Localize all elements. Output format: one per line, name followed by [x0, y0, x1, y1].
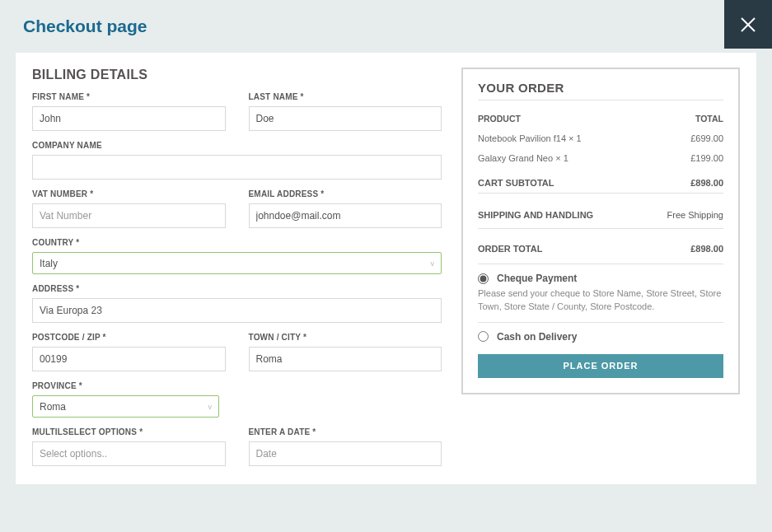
date-label: ENTER A DATE — [249, 427, 442, 436]
last-name-input[interactable] — [249, 106, 442, 131]
divider — [478, 100, 723, 100]
shipping-value: Free Shipping — [667, 210, 724, 220]
item-price: £199.00 — [690, 153, 723, 163]
order-summary: YOUR ORDER PRODUCT TOTAL Notebook Pavili… — [461, 68, 740, 394]
cheque-label: Cheque Payment — [497, 273, 577, 284]
order-item: Notebook Pavilion f14 × 1 £699.00 — [478, 128, 723, 148]
city-input[interactable] — [249, 347, 442, 371]
country-select[interactable]: Italy v — [32, 252, 442, 274]
cheque-description: Please send your cheque to Store Name, S… — [478, 287, 723, 314]
product-header: PRODUCT — [478, 114, 521, 124]
cod-radio[interactable] — [478, 331, 489, 342]
cheque-radio[interactable] — [478, 273, 489, 284]
company-label: COMPANY NAME — [32, 141, 442, 150]
province-value: Roma — [40, 401, 66, 413]
order-heading: YOUR ORDER — [478, 81, 723, 95]
email-label: EMAIL ADDRESS — [249, 189, 442, 198]
vat-label: VAT NUMBER — [32, 189, 226, 198]
company-input[interactable] — [32, 155, 442, 180]
chevron-down-icon: v — [208, 403, 213, 411]
total-label: ORDER TOTAL — [478, 244, 542, 254]
divider — [478, 193, 723, 194]
total-value: £898.00 — [690, 244, 723, 254]
province-select[interactable]: Roma v — [32, 395, 219, 418]
date-input[interactable] — [249, 441, 442, 466]
address-label: ADDRESS — [32, 284, 442, 293]
multiselect-label: MULTILSELECT OPTIONS — [32, 427, 226, 436]
total-header: TOTAL — [695, 114, 723, 124]
item-name: Notebook Pavilion f14 × 1 — [478, 133, 582, 143]
shipping-label: SHIPPING AND HANDLING — [478, 210, 593, 220]
multiselect-input[interactable] — [32, 441, 226, 466]
vat-input[interactable] — [32, 203, 226, 228]
subtotal-label: CART SUBTOTAL — [478, 178, 554, 188]
checkout-panel: BILLING DETAILS FIRST NAME LAST NAME COM… — [16, 53, 756, 484]
email-input[interactable] — [249, 203, 442, 228]
page-title: Checkout page — [0, 0, 772, 36]
chevron-down-icon: v — [431, 259, 435, 268]
postcode-input[interactable] — [32, 347, 226, 371]
address-input[interactable] — [32, 298, 442, 323]
country-label: COUNTRY — [32, 238, 442, 247]
item-name: Galaxy Grand Neo × 1 — [478, 153, 568, 163]
country-value: Italy — [40, 258, 58, 269]
billing-section: BILLING DETAILS FIRST NAME LAST NAME COM… — [32, 68, 442, 466]
order-item: Galaxy Grand Neo × 1 £199.00 — [478, 148, 723, 168]
place-order-button[interactable]: PLACE ORDER — [478, 354, 723, 378]
billing-heading: BILLING DETAILS — [32, 68, 442, 82]
province-label: PROVINCE — [32, 381, 442, 390]
city-label: TOWN / CITY — [249, 333, 442, 342]
item-price: £699.00 — [690, 133, 723, 143]
subtotal-value: £898.00 — [690, 178, 723, 188]
payment-cheque-option[interactable]: Cheque Payment — [478, 273, 723, 284]
first-name-label: FIRST NAME — [32, 92, 226, 101]
divider — [478, 322, 723, 323]
postcode-label: POSTCODE / ZIP — [32, 333, 226, 342]
divider — [478, 264, 723, 264]
cod-label: Cash on Delivery — [497, 331, 577, 343]
close-button[interactable] — [724, 0, 772, 49]
last-name-label: LAST NAME — [249, 92, 442, 101]
first-name-input[interactable] — [32, 106, 226, 131]
payment-cod-option[interactable]: Cash on Delivery — [478, 331, 723, 343]
close-icon — [739, 16, 757, 34]
divider — [478, 228, 723, 229]
